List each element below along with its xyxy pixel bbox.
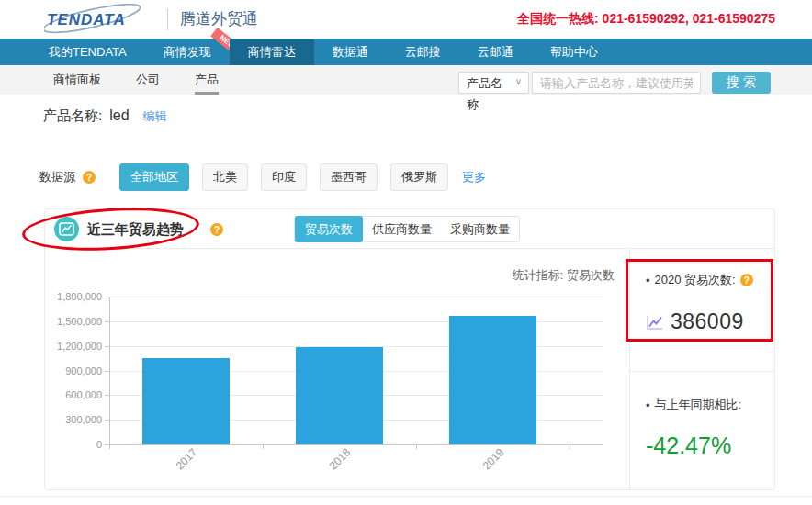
top-header: TENDATA 腾道外贸通 全国统一热线: 021-61590292, 021-… bbox=[0, 0, 812, 39]
region-chip-4[interactable]: 俄罗斯 bbox=[390, 163, 448, 191]
tab-0[interactable]: 贸易次数 bbox=[295, 216, 363, 242]
bullet-icon: • bbox=[646, 398, 650, 412]
section-title: 近三年贸易趋势 bbox=[87, 209, 184, 249]
y-axis-label: 1,500,000 bbox=[45, 316, 102, 327]
trend-card-header: 近三年贸易趋势 ? 贸易次数供应商数量采购商数量 bbox=[45, 209, 774, 249]
stat-compare-value: -42.47% bbox=[646, 432, 775, 459]
main-nav-list: 我的TENDATA商情发现NEW商情雷达数据通云邮搜云邮通帮助中心 bbox=[0, 39, 812, 65]
subnav-item-business-panel[interactable]: 商情面板 bbox=[53, 65, 101, 95]
main-nav: 我的TENDATA商情发现NEW商情雷达数据通云邮搜云邮通帮助中心 bbox=[0, 39, 812, 65]
tab-2[interactable]: 采购商数量 bbox=[441, 217, 519, 241]
region-filter-list: 全部地区北美印度墨西哥俄罗斯 bbox=[107, 163, 448, 191]
stats-panel: • 2020 贸易次数: ? 386009 • 与上年同期相比: -4 bbox=[629, 249, 775, 489]
nav-item-cloud-mail[interactable]: 云邮通 bbox=[459, 39, 532, 65]
chevron-down-icon: ∨ bbox=[515, 76, 522, 86]
region-chip-2[interactable]: 印度 bbox=[261, 163, 307, 191]
gridline-1800000 bbox=[109, 297, 603, 297]
datasource-help-icon[interactable]: ? bbox=[83, 171, 96, 184]
product-category-select[interactable]: 产品名称 ∨ bbox=[458, 72, 529, 94]
product-name-label: 产品名称: bbox=[43, 107, 102, 125]
search-group: 产品名称 ∨ 搜 索 bbox=[458, 72, 771, 94]
bar-2018 bbox=[296, 347, 383, 444]
hotline: 全国统一热线: 021-61590292, 021-61590275 bbox=[517, 11, 775, 28]
stat-compare-label-row: • 与上年同期相比: bbox=[646, 397, 775, 413]
page: TENDATA 腾道外贸通 全国统一热线: 021-61590292, 021-… bbox=[0, 0, 812, 505]
y-axis-label: 300,000 bbox=[45, 414, 102, 425]
search-button[interactable]: 搜 索 bbox=[712, 72, 771, 94]
stat-compare-block: • 与上年同期相比: -42.47% bbox=[630, 372, 775, 459]
x-tick bbox=[570, 445, 570, 449]
y-axis-label: 1,200,000 bbox=[45, 341, 102, 352]
nav-item-help-center[interactable]: 帮助中心 bbox=[532, 39, 616, 65]
hotline-label: 全国统一热线: bbox=[517, 11, 599, 26]
stat-compare-label: 与上年同期相比: bbox=[655, 397, 742, 413]
product-name-value: led bbox=[109, 107, 129, 124]
trend-chart-icon bbox=[54, 217, 79, 241]
region-chip-0[interactable]: 全部地区 bbox=[119, 163, 189, 191]
more-regions-link[interactable]: 更多 bbox=[462, 169, 486, 185]
hotline-numbers: 021-61590292, 021-61590275 bbox=[603, 11, 775, 26]
x-tick bbox=[416, 445, 417, 449]
logo-text: TENDATA bbox=[47, 11, 126, 28]
datasource-label: 数据源 bbox=[39, 169, 75, 185]
indicator-label: 统计指标: 贸易次数 bbox=[513, 267, 615, 284]
stat-2020-help-icon[interactable]: ? bbox=[740, 274, 753, 286]
bar-2017 bbox=[142, 358, 230, 444]
logo[interactable]: TENDATA 腾道外贸通 bbox=[44, 4, 258, 35]
select-value: 产品名称 bbox=[467, 73, 507, 115]
y-axis-label: 600,000 bbox=[45, 389, 102, 400]
x-tick bbox=[109, 445, 110, 449]
bar-chart: 统计指标: 贸易次数 0300,000600,000900,0001,200,0… bbox=[45, 249, 629, 490]
nav-item-data-link[interactable]: 数据通 bbox=[314, 39, 387, 65]
nav-item-business-radar[interactable]: 商情雷达 bbox=[230, 39, 314, 65]
product-search-input[interactable] bbox=[532, 72, 701, 94]
y-axis-line bbox=[109, 297, 110, 448]
x-tick bbox=[263, 445, 264, 449]
edit-link[interactable]: 编辑 bbox=[143, 108, 167, 125]
bar-2019 bbox=[449, 316, 536, 444]
brand-name: 腾道外贸通 bbox=[167, 8, 258, 30]
nav-item-cloud-mail-search[interactable]: 云邮搜 bbox=[387, 39, 459, 65]
subnav-item-company[interactable]: 公司 bbox=[136, 65, 160, 95]
stat-2020-block: • 2020 贸易次数: ? 386009 bbox=[630, 249, 775, 372]
product-row: 产品名称: led 编辑 bbox=[43, 107, 167, 125]
stat-2020-label-row: • 2020 贸易次数: ? bbox=[646, 272, 775, 288]
nav-item-business-discovery[interactable]: 商情发现NEW bbox=[145, 39, 230, 65]
stat-2020-value: 386009 bbox=[671, 309, 744, 334]
region-chip-1[interactable]: 北美 bbox=[202, 163, 248, 191]
region-chip-3[interactable]: 墨西哥 bbox=[320, 163, 378, 191]
datasource-row: 数据源 ? 全部地区北美印度墨西哥俄罗斯 更多 bbox=[39, 163, 486, 191]
nav-item-my-tendata[interactable]: 我的TENDATA bbox=[30, 39, 145, 65]
subnav-item-product[interactable]: 产品 bbox=[195, 65, 219, 95]
tendata-logo-icon: TENDATA bbox=[44, 4, 156, 35]
tab-1[interactable]: 供应商数量 bbox=[363, 217, 441, 241]
y-axis-label: 0 bbox=[45, 439, 102, 450]
stat-2020-value-row: 386009 bbox=[646, 309, 775, 334]
y-axis-label: 1,800,000 bbox=[45, 291, 102, 302]
stat-2020-label: 2020 贸易次数: bbox=[655, 272, 736, 288]
mini-line-chart-icon bbox=[646, 314, 664, 331]
trend-help-icon[interactable]: ? bbox=[210, 223, 223, 236]
metric-tabs: 贸易次数供应商数量采购商数量 bbox=[294, 216, 520, 242]
y-axis-label: 900,000 bbox=[45, 365, 102, 376]
bullet-icon: • bbox=[646, 274, 650, 287]
trend-card: 近三年贸易趋势 ? 贸易次数供应商数量采购商数量 统计指标: 贸易次数 0300… bbox=[44, 208, 775, 490]
page-bottom-divider bbox=[0, 496, 812, 497]
